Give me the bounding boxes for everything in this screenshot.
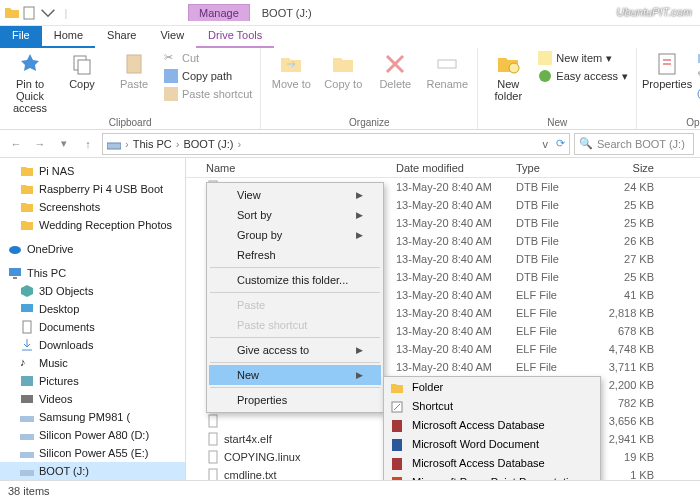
tree-item-silicon-d[interactable]: Silicon Power A80 (D:) <box>0 426 185 444</box>
manage-contextual-tab[interactable]: Manage <box>188 4 250 21</box>
separator-icon: | <box>58 5 74 21</box>
tree-item-pictures[interactable]: Pictures <box>0 372 185 390</box>
svg-rect-25 <box>20 470 34 476</box>
open-button[interactable]: Open ▾ <box>695 50 700 66</box>
properties-button[interactable]: Properties <box>643 50 691 92</box>
tree-item-rpi4usb[interactable]: Raspberry Pi 4 USB Boot <box>0 180 185 198</box>
ctx-sortby[interactable]: Sort by▶ <box>209 205 381 225</box>
tree-item-samsung[interactable]: Samsung PM981 ( <box>0 408 185 426</box>
chevron-right-icon: ▶ <box>356 370 363 380</box>
tab-home[interactable]: Home <box>42 26 95 48</box>
new-word-doc[interactable]: Microsoft Word Document <box>386 436 598 455</box>
col-type[interactable]: Type <box>516 162 596 174</box>
delete-button[interactable]: Delete <box>371 50 419 92</box>
breadcrumb-thispc[interactable]: This PC <box>133 138 172 150</box>
easy-access-button[interactable]: Easy access ▾ <box>536 68 630 84</box>
shortcut-icon <box>390 400 404 414</box>
ctx-groupby[interactable]: Group by▶ <box>209 225 381 245</box>
tree-item-videos[interactable]: Videos <box>0 390 185 408</box>
paste-shortcut-button[interactable]: Paste shortcut <box>162 86 254 102</box>
breadcrumb[interactable]: › This PC › BOOT (J:) › v ⟳ <box>102 133 570 155</box>
tree-item-downloads[interactable]: Downloads <box>0 336 185 354</box>
new-folder-button[interactable]: New folder <box>484 50 532 104</box>
file-date: 13-May-20 8:40 AM <box>396 307 516 319</box>
tree-item-documents[interactable]: Documents <box>0 318 185 336</box>
column-headers[interactable]: Name Date modified Type Size <box>186 158 700 178</box>
group-new: New folder New item ▾ Easy access ▾ New <box>478 48 637 129</box>
file-size: 25 KB <box>596 271 666 283</box>
tab-file[interactable]: File <box>0 26 42 48</box>
file-size: 27 KB <box>596 253 666 265</box>
navigation-tree[interactable]: Pi NAS Raspberry Pi 4 USB Boot Screensho… <box>0 158 186 480</box>
ctx-properties[interactable]: Properties <box>209 390 381 410</box>
tab-drive-tools[interactable]: Drive Tools <box>196 26 274 48</box>
new-access-db2[interactable]: Microsoft Access Database <box>386 455 598 474</box>
tab-share[interactable]: Share <box>95 26 148 48</box>
col-size[interactable]: Size <box>596 162 666 174</box>
delete-icon <box>383 52 407 76</box>
copy-icon <box>70 52 94 76</box>
ctx-new[interactable]: New▶ <box>209 365 381 385</box>
tree-item-desktop[interactable]: Desktop <box>0 300 185 318</box>
copy-to-button[interactable]: Copy to <box>319 50 367 92</box>
tree-item-music[interactable]: ♪Music <box>0 354 185 372</box>
tree-item-3dobjects[interactable]: 3D Objects <box>0 282 185 300</box>
new-access-db[interactable]: Microsoft Access Database <box>386 417 598 436</box>
file-date: 13-May-20 8:40 AM <box>396 271 516 283</box>
pin-quick-access-button[interactable]: Pin to Quick access <box>6 50 54 116</box>
new-folder[interactable]: Folder <box>386 379 598 398</box>
file-size: 19 KB <box>596 451 666 463</box>
powerpoint-icon <box>390 476 404 480</box>
new-item-button[interactable]: New item ▾ <box>536 50 630 66</box>
cut-icon: ✂ <box>164 51 178 65</box>
paste-button[interactable]: Paste <box>110 50 158 92</box>
edit-button[interactable]: ✎Edit <box>695 68 700 84</box>
copy-path-button[interactable]: Copy path <box>162 68 254 84</box>
ctx-give-access[interactable]: Give access to▶ <box>209 340 381 360</box>
copypath-icon <box>164 69 178 83</box>
svg-rect-21 <box>21 395 33 403</box>
group-open: Properties Open ▾ ✎Edit History Open <box>637 48 700 129</box>
access-icon <box>390 419 404 433</box>
breadcrumb-folder[interactable]: BOOT (J:) <box>183 138 233 150</box>
file-date: 13-May-20 8:40 AM <box>396 325 516 337</box>
chevron-down-icon[interactable]: v <box>543 138 549 150</box>
properties-icon[interactable] <box>22 5 38 21</box>
cut-button[interactable]: ✂Cut <box>162 50 254 66</box>
ctx-paste[interactable]: Paste <box>209 295 381 315</box>
move-to-button[interactable]: Move to <box>267 50 315 92</box>
recent-dropdown[interactable]: ▾ <box>54 134 74 154</box>
col-date[interactable]: Date modified <box>396 162 516 174</box>
tree-item-thispc[interactable]: This PC <box>0 264 185 282</box>
dropdown-icon[interactable] <box>40 5 56 21</box>
ctx-view[interactable]: View▶ <box>209 185 381 205</box>
history-button[interactable]: History <box>695 86 700 102</box>
file-date: 13-May-20 8:40 AM <box>396 181 516 193</box>
col-name[interactable]: Name <box>186 162 396 174</box>
tree-item-pinas[interactable]: Pi NAS <box>0 162 185 180</box>
ctx-refresh[interactable]: Refresh <box>209 245 381 265</box>
new-ppt[interactable]: Microsoft PowerPoint Presentation <box>386 474 598 480</box>
tree-item-silicon-e[interactable]: Silicon Power A55 (E:) <box>0 444 185 462</box>
tree-item-boot[interactable]: BOOT (J:) <box>0 462 185 480</box>
tree-item-screenshots[interactable]: Screenshots <box>0 198 185 216</box>
forward-button[interactable]: → <box>30 134 50 154</box>
back-button[interactable]: ← <box>6 134 26 154</box>
refresh-icon[interactable]: ⟳ <box>556 137 565 150</box>
search-input[interactable]: 🔍 Search BOOT (J:) <box>574 133 694 155</box>
ribbon: Pin to Quick access Copy Paste ✂Cut Copy… <box>0 48 700 130</box>
svg-rect-40 <box>209 433 217 445</box>
copyto-icon <box>331 52 355 76</box>
up-button[interactable]: ↑ <box>78 134 98 154</box>
new-shortcut[interactable]: Shortcut <box>386 398 598 417</box>
tree-item-onedrive[interactable]: OneDrive <box>0 240 185 258</box>
copy-button[interactable]: Copy <box>58 50 106 92</box>
file-date: 13-May-20 8:40 AM <box>396 235 516 247</box>
ctx-customize[interactable]: Customize this folder... <box>209 270 381 290</box>
drive-icon <box>107 137 121 151</box>
rename-button[interactable]: Rename <box>423 50 471 92</box>
svg-rect-5 <box>164 87 178 101</box>
ctx-paste-shortcut[interactable]: Paste shortcut <box>209 315 381 335</box>
tab-view[interactable]: View <box>148 26 196 48</box>
tree-item-wedding[interactable]: Wedding Reception Photos <box>0 216 185 234</box>
